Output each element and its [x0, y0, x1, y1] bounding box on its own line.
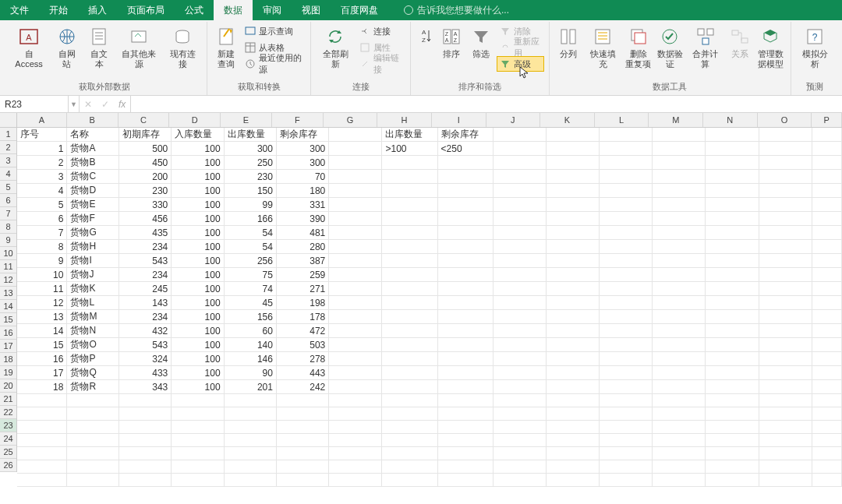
cell[interactable] [329, 460, 382, 474]
cell[interactable] [653, 254, 706, 268]
cell[interactable] [224, 447, 276, 460]
cell[interactable] [493, 407, 546, 421]
cell[interactable] [224, 407, 276, 421]
menu-file[interactable]: 文件 [0, 0, 39, 20]
row-header[interactable]: 21 [0, 393, 16, 406]
cell[interactable] [382, 394, 437, 407]
cell[interactable] [706, 128, 759, 142]
cell[interactable] [329, 407, 382, 421]
cell[interactable] [546, 268, 599, 282]
cell[interactable] [17, 407, 67, 421]
cell[interactable]: 70 [276, 170, 328, 184]
tell-me[interactable]: 告诉我您想要做什么... [404, 4, 509, 17]
cell[interactable] [67, 447, 119, 460]
row-header[interactable]: 12 [0, 273, 16, 287]
cell[interactable]: 货物Q [67, 366, 119, 380]
cell[interactable]: 230 [224, 170, 276, 184]
cell[interactable]: 14 [17, 324, 67, 338]
cell[interactable]: 出库数量 [382, 128, 437, 142]
cell[interactable] [706, 380, 759, 394]
cell[interactable] [759, 460, 812, 474]
cell[interactable]: 100 [172, 380, 224, 394]
cell[interactable] [382, 324, 437, 338]
cell[interactable] [437, 460, 493, 474]
cell[interactable]: 432 [119, 324, 171, 338]
cell[interactable] [493, 380, 546, 394]
col-header-F[interactable]: F [272, 113, 324, 127]
cell[interactable]: 货物D [67, 184, 119, 198]
cell[interactable] [382, 156, 437, 170]
cell[interactable] [493, 254, 546, 268]
cell[interactable] [493, 366, 546, 380]
cell[interactable] [546, 474, 599, 487]
cell[interactable] [653, 268, 706, 282]
cell[interactable] [653, 421, 706, 434]
cell[interactable]: >100 [382, 142, 437, 156]
cell[interactable] [329, 128, 382, 142]
cell[interactable]: 331 [276, 198, 328, 212]
cell[interactable] [493, 226, 546, 240]
cell[interactable] [437, 268, 493, 282]
cell[interactable] [600, 421, 653, 434]
cell[interactable] [812, 198, 841, 212]
cell[interactable] [546, 421, 599, 434]
cell[interactable] [653, 198, 706, 212]
cell[interactable] [493, 434, 546, 447]
cell[interactable] [706, 434, 759, 447]
cell[interactable] [759, 142, 812, 156]
cell[interactable] [437, 184, 493, 198]
cell[interactable]: 481 [276, 226, 328, 240]
cell[interactable] [172, 434, 224, 447]
cell[interactable]: 13 [17, 310, 67, 324]
cell[interactable] [546, 128, 599, 142]
cell[interactable] [493, 338, 546, 352]
cell[interactable] [812, 268, 841, 282]
col-header-M[interactable]: M [649, 113, 703, 127]
cell[interactable] [329, 240, 382, 254]
cell[interactable]: 货物K [67, 282, 119, 296]
cell[interactable] [493, 184, 546, 198]
row-header[interactable]: 26 [0, 459, 16, 472]
cell[interactable] [546, 226, 599, 240]
cell[interactable]: 4 [17, 184, 67, 198]
formula-input[interactable] [131, 96, 842, 112]
cell[interactable] [546, 394, 599, 407]
cell[interactable]: 货物H [67, 240, 119, 254]
cell[interactable] [653, 352, 706, 366]
col-header-K[interactable]: K [540, 113, 595, 127]
cell[interactable] [706, 184, 759, 198]
cell[interactable] [224, 474, 276, 487]
row-header[interactable]: 6 [0, 194, 16, 207]
col-header-H[interactable]: H [377, 113, 432, 127]
cell[interactable]: 货物R [67, 380, 119, 394]
cell[interactable]: 156 [224, 310, 276, 324]
menu-layout[interactable]: 页面布局 [117, 0, 175, 20]
cell[interactable] [224, 394, 276, 407]
cell[interactable]: 500 [119, 142, 171, 156]
cell[interactable] [276, 434, 328, 447]
cell[interactable]: 100 [172, 156, 224, 170]
row-header[interactable]: 22 [0, 406, 16, 419]
cell[interactable] [493, 282, 546, 296]
cell[interactable] [172, 460, 224, 474]
cell[interactable] [653, 380, 706, 394]
data-validation-button[interactable]: 数据验 证 [655, 23, 685, 72]
cell[interactable] [706, 240, 759, 254]
cell[interactable] [437, 366, 493, 380]
cell[interactable] [382, 282, 437, 296]
cell[interactable] [600, 338, 653, 352]
cell[interactable]: 300 [276, 142, 328, 156]
cell[interactable] [600, 447, 653, 460]
cell[interactable]: 300 [276, 156, 328, 170]
cell[interactable]: 2 [17, 156, 67, 170]
cell[interactable] [17, 447, 67, 460]
row-header[interactable]: 25 [0, 446, 16, 459]
cell[interactable]: 名称 [67, 128, 119, 142]
row-header[interactable]: 13 [0, 287, 16, 300]
cell[interactable] [706, 352, 759, 366]
sort-asc-button[interactable]: AZ [416, 23, 436, 51]
cell[interactable] [382, 447, 437, 460]
cell[interactable] [329, 338, 382, 352]
row-header[interactable]: 1 [0, 128, 16, 141]
cell[interactable] [493, 268, 546, 282]
